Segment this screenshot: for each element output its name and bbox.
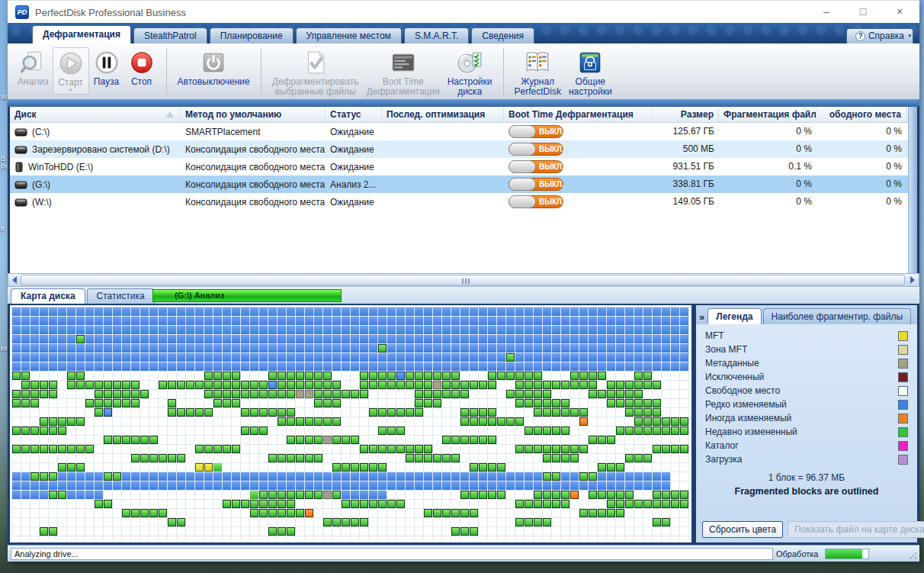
minimize-button[interactable]: – (810, 1, 843, 22)
collapse-panel-icon[interactable]: » (698, 311, 707, 324)
column-header-4[interactable]: Послед. оптимизация (382, 107, 504, 122)
scrollbar-thumb[interactable] (21, 275, 905, 285)
map-block (323, 362, 332, 371)
map-block (451, 335, 460, 343)
map-block (49, 491, 57, 499)
disk-settings-button[interactable]: Настройки диска (444, 47, 496, 98)
pause-button[interactable]: Пауза (89, 47, 124, 89)
main-tab-5[interactable]: S.M.A.R.T. (404, 27, 469, 43)
map-block (406, 353, 414, 362)
map-tab-2[interactable]: Статистика (87, 288, 155, 304)
column-header-8[interactable]: ободного места (817, 107, 906, 122)
main-tab-1[interactable]: Дефрагментация (32, 25, 131, 43)
boot-time-defrag-button[interactable]: Boot Time Дефрагментация (363, 47, 444, 98)
map-block (104, 436, 112, 444)
disk-row-1[interactable]: (C:\)SMARTPlacementОжиданиеВЫКЛ.125.67 Г… (10, 123, 917, 140)
boot-time-toggle[interactable]: ВЫКЛ. (509, 125, 563, 138)
stop-button[interactable]: Стоп (124, 47, 159, 89)
auto-shutdown-button[interactable]: Автовыключение (174, 47, 254, 89)
map-block (460, 390, 469, 398)
map-block (415, 344, 423, 352)
map-block (332, 463, 341, 472)
map-block (40, 491, 48, 499)
close-button[interactable]: × (883, 1, 916, 22)
map-block (534, 362, 542, 371)
map-block (515, 518, 524, 526)
map-block (625, 454, 634, 462)
map-block (662, 344, 670, 352)
map-block (433, 335, 441, 343)
map-block (149, 353, 158, 362)
main-tab-6[interactable]: Сведения (471, 27, 534, 43)
map-block (250, 381, 258, 389)
map-block (369, 500, 377, 508)
defrag-selected-button[interactable]: Дефрагментировать выбранные файлы (268, 47, 363, 98)
legend-tab-2[interactable]: Наиболее фрагментир. файлы (763, 308, 912, 324)
table-vertical-scrollbar[interactable] (908, 107, 917, 273)
map-block (598, 436, 606, 444)
map-block (360, 500, 368, 508)
column-header-6[interactable]: Размер (652, 107, 719, 122)
global-settings-button[interactable]: Общие настройки (565, 47, 616, 98)
map-block (680, 417, 688, 426)
legend-tab-1[interactable]: Легенда (707, 308, 761, 324)
map-block (525, 335, 533, 343)
column-header-3[interactable]: Статус (326, 107, 382, 122)
map-block (323, 344, 332, 352)
disk-row-4[interactable]: (G:\)Консолидация свободного местаАнализ… (10, 175, 917, 193)
reset-colors-button[interactable]: Сбросить цвета (702, 521, 783, 538)
map-block (287, 472, 295, 481)
map-block (643, 326, 652, 334)
map-block (305, 491, 313, 499)
map-block (653, 445, 661, 453)
disk-row-3[interactable]: WinToHDD (E:\)Консолидация свободного ме… (10, 158, 917, 175)
maximize-button[interactable]: □ (846, 1, 880, 22)
map-tab-1[interactable]: Карта диска (11, 288, 85, 304)
resize-grip-icon[interactable] (910, 552, 917, 559)
map-block (534, 472, 542, 481)
toolbar-button-label: Автовыключение (178, 77, 250, 87)
map-block (168, 381, 176, 389)
show-file-on-map-button[interactable]: Показать файл на карте диска (788, 521, 924, 538)
column-header-5[interactable]: Boot Time Дефрагментация (504, 107, 652, 122)
perfectdisk-journal-button[interactable]: Журнал PerfectDisk (511, 47, 565, 98)
map-block (643, 317, 652, 325)
map-block (21, 372, 30, 380)
map-block (470, 362, 478, 371)
disk-map-grid[interactable] (11, 307, 690, 540)
analyze-button[interactable]: Анализ (14, 47, 53, 89)
map-block (250, 408, 258, 417)
map-block (195, 353, 204, 362)
map-block (515, 417, 524, 426)
map-block (278, 317, 286, 325)
map-block (625, 353, 634, 362)
main-tab-4[interactable]: Управление местом (296, 27, 402, 43)
map-block (268, 481, 277, 490)
disk-row-5[interactable]: (W:\)Консолидация свободного местаОжидан… (10, 193, 917, 211)
map-block (40, 417, 48, 426)
map-block (598, 481, 606, 490)
map-block (643, 454, 652, 462)
boot-time-toggle[interactable]: ВЫКЛ. (509, 143, 563, 156)
map-block (570, 381, 579, 389)
boot-time-toggle[interactable]: ВЫКЛ. (509, 178, 563, 191)
help-button[interactable]: ?Справка ▾ (846, 28, 913, 43)
boot-time-toggle[interactable]: ВЫКЛ. (509, 195, 563, 208)
map-block (424, 509, 432, 517)
map-block (387, 326, 396, 334)
map-block (634, 427, 643, 435)
map-block (241, 362, 249, 371)
main-tab-3[interactable]: Планирование (210, 27, 294, 43)
column-header-7[interactable]: Фрагментация файлов (719, 107, 817, 122)
column-header-2[interactable]: Метод по умолчанию (181, 107, 326, 122)
map-block (342, 491, 350, 499)
column-header-1[interactable]: Диск (10, 107, 181, 122)
disk-row-2[interactable]: Зарезервировано системой (D:\)Консолидац… (10, 140, 917, 158)
table-horizontal-scrollbar[interactable] (8, 273, 919, 287)
boot-time-toggle[interactable]: ВЫКЛ. (509, 160, 563, 173)
scroll-left-icon[interactable] (12, 276, 17, 284)
scroll-right-icon[interactable] (910, 276, 915, 284)
map-block (598, 390, 606, 398)
main-tab-2[interactable]: StealthPatrol (133, 27, 207, 43)
start-button[interactable]: Старт▾ (53, 47, 89, 95)
